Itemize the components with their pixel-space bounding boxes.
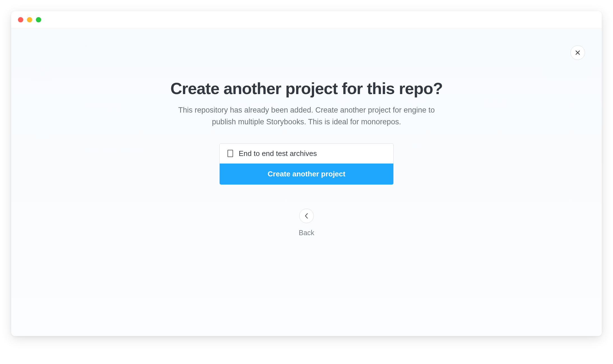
modal-title: Create another project for this repo? <box>170 79 443 98</box>
window-maximize-button[interactable] <box>36 17 41 22</box>
option-box: End to end test archives Create another … <box>219 143 394 185</box>
back-label: Back <box>299 229 314 237</box>
modal-overlay: Create another project for this repo? Th… <box>11 29 602 336</box>
option-e2e-archives[interactable]: End to end test archives <box>220 144 393 164</box>
chevron-left-icon <box>305 213 308 219</box>
create-project-button[interactable]: Create another project <box>220 164 393 185</box>
document-icon <box>227 150 233 157</box>
close-button[interactable] <box>570 45 585 60</box>
modal-subtitle: This repository has already been added. … <box>166 104 447 128</box>
window-controls <box>18 17 41 22</box>
window-titlebar <box>11 11 602 29</box>
content-area: hichroma/engine Docs Projects Activi <box>11 29 602 336</box>
close-icon <box>575 50 580 55</box>
window-minimize-button[interactable] <box>27 17 32 22</box>
back-section: Back <box>299 209 314 237</box>
back-button[interactable] <box>299 209 314 223</box>
window-close-button[interactable] <box>18 17 23 22</box>
option-label: End to end test archives <box>239 149 317 158</box>
app-window: hichroma/engine Docs Projects Activi <box>11 11 602 336</box>
